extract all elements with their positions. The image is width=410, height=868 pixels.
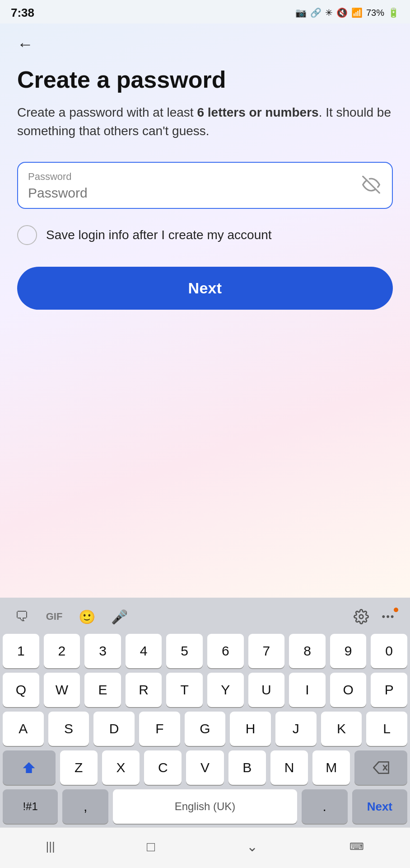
status-icons: 📷 🔗 ✳ 🔇 📶 73% 🔋 <box>295 7 399 18</box>
key-i[interactable]: I <box>289 673 326 707</box>
page-title: Create a password <box>17 67 393 93</box>
bluetooth-icon: ✳ <box>325 7 333 18</box>
battery-text: 73% <box>366 8 384 18</box>
keyboard-toolbar-right: ••• <box>349 604 401 629</box>
key-r[interactable]: R <box>126 673 162 707</box>
emoji-icon[interactable]: 🙂 <box>74 604 99 629</box>
sticker-icon[interactable]: 🗨 <box>9 604 34 629</box>
backspace-key[interactable] <box>354 750 407 785</box>
backspace-icon <box>373 761 389 774</box>
gif-icon[interactable]: GIF <box>42 604 67 629</box>
key-8[interactable]: 8 <box>289 634 326 668</box>
shift-key[interactable] <box>3 750 56 785</box>
nfc-icon: 🔗 <box>310 7 321 18</box>
key-v[interactable]: V <box>186 750 224 785</box>
key-0[interactable]: 0 <box>371 634 407 668</box>
key-5[interactable]: 5 <box>166 634 203 668</box>
key-2[interactable]: 2 <box>44 634 80 668</box>
settings-icon[interactable] <box>349 604 374 629</box>
password-label: Password <box>28 171 382 183</box>
key-c[interactable]: C <box>144 750 182 785</box>
password-input-container: Password <box>17 162 393 209</box>
key-e[interactable]: E <box>84 673 121 707</box>
back-arrow-icon: ← <box>17 35 33 53</box>
shift-arrow-icon <box>22 760 36 775</box>
battery-icon: 🔋 <box>388 7 399 18</box>
comma-key[interactable]: , <box>62 789 108 824</box>
bottom-nav-bar: ||| □ ⌄ ⌨ <box>0 827 410 868</box>
wifi-icon: 📶 <box>351 7 363 18</box>
status-time: 7:38 <box>11 6 34 20</box>
key-w[interactable]: W <box>44 673 80 707</box>
key-t[interactable]: T <box>166 673 203 707</box>
keyboard-keys: 1 2 3 4 5 6 7 8 9 0 Q W E R T Y U I O P … <box>0 634 410 824</box>
key-j[interactable]: J <box>275 712 317 746</box>
key-3[interactable]: 3 <box>84 634 121 668</box>
camera-icon: 📷 <box>295 7 307 18</box>
key-d[interactable]: D <box>93 712 135 746</box>
key-a[interactable]: A <box>3 712 44 746</box>
asdf-row: A S D F G H J K L <box>3 712 407 746</box>
password-input[interactable] <box>28 185 382 201</box>
page-description: Create a password with at least 6 letter… <box>17 104 393 140</box>
number-row: 1 2 3 4 5 6 7 8 9 0 <box>3 634 407 668</box>
main-content: ← Create a password Create a password wi… <box>0 24 410 598</box>
status-bar: 7:38 📷 🔗 ✳ 🔇 📶 73% 🔋 <box>0 0 410 24</box>
back-nav-button[interactable]: ⌄ <box>236 836 269 857</box>
key-k[interactable]: K <box>321 712 362 746</box>
next-button[interactable]: Next <box>17 267 393 310</box>
key-1[interactable]: 1 <box>3 634 39 668</box>
home-button[interactable]: □ <box>136 836 166 857</box>
dot-key[interactable]: . <box>302 789 348 824</box>
key-n[interactable]: N <box>270 750 308 785</box>
key-q[interactable]: Q <box>3 673 39 707</box>
notification-dot <box>394 608 398 612</box>
key-z[interactable]: Z <box>60 750 98 785</box>
space-key[interactable]: English (UK) <box>113 789 297 824</box>
key-l[interactable]: L <box>366 712 407 746</box>
key-b[interactable]: B <box>228 750 266 785</box>
key-9[interactable]: 9 <box>330 634 367 668</box>
key-x[interactable]: X <box>102 750 140 785</box>
svg-marker-2 <box>23 762 35 773</box>
key-p[interactable]: P <box>371 673 407 707</box>
save-login-label: Save login info after I create my accoun… <box>46 228 272 242</box>
eye-off-icon <box>362 176 380 194</box>
key-g[interactable]: G <box>185 712 226 746</box>
key-m[interactable]: M <box>312 750 350 785</box>
recent-apps-button[interactable]: ||| <box>35 837 66 856</box>
symbols-key[interactable]: !#1 <box>3 789 58 824</box>
save-login-row: Save login info after I create my accoun… <box>17 225 393 245</box>
key-h[interactable]: H <box>230 712 271 746</box>
zxcv-row: Z X C V B N M <box>3 750 407 785</box>
key-7[interactable]: 7 <box>248 634 285 668</box>
keyboard-next-key[interactable]: Next <box>352 789 407 824</box>
mute-icon: 🔇 <box>336 7 348 18</box>
svg-point-1 <box>359 615 363 619</box>
toggle-password-visibility-button[interactable] <box>360 174 382 197</box>
key-y[interactable]: Y <box>207 673 244 707</box>
qwerty-row: Q W E R T Y U I O P <box>3 673 407 707</box>
key-u[interactable]: U <box>248 673 285 707</box>
keyboard-toolbar: 🗨 GIF 🙂 🎤 ••• <box>0 598 410 634</box>
back-button[interactable]: ← <box>17 36 33 52</box>
key-4[interactable]: 4 <box>126 634 162 668</box>
keyboard-area: 🗨 GIF 🙂 🎤 ••• 1 2 3 4 5 6 7 <box>0 598 410 827</box>
more-options-icon[interactable]: ••• <box>376 604 401 629</box>
key-f[interactable]: F <box>139 712 180 746</box>
key-s[interactable]: S <box>48 712 89 746</box>
mic-icon[interactable]: 🎤 <box>107 604 132 629</box>
key-6[interactable]: 6 <box>207 634 244 668</box>
save-login-checkbox[interactable] <box>17 225 37 245</box>
keyboard-toggle-button[interactable]: ⌨ <box>339 838 375 855</box>
bottom-row: !#1 , English (UK) . Next <box>3 789 407 824</box>
key-o[interactable]: O <box>330 673 367 707</box>
